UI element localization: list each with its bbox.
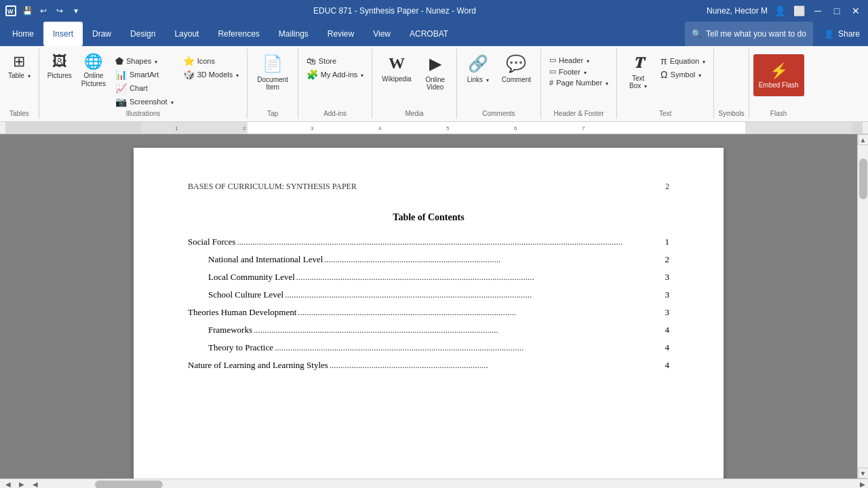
maximize-button[interactable]: □ [830,4,844,18]
document-item-button[interactable]: 📄 DocumentItem [252,52,294,94]
flash-group-label: Flash [753,108,804,119]
scroll-right-button[interactable]: ▶ [857,479,868,489]
symbol-icon: Ω [660,69,667,80]
text-box-button[interactable]: 𝐓 TextBox ▾ [621,52,655,94]
next-page-button[interactable]: ▶ [16,479,27,489]
share-button[interactable]: 👤 Share [818,22,865,46]
pictures-icon: 🖼 [52,54,67,69]
toc-entry-theory: Theory to Practice .....................… [188,342,669,353]
menu-review[interactable]: Review [318,22,363,46]
menu-bar: Home Insert Draw Design Layout Reference… [0,22,868,46]
scroll-thumb[interactable] [859,159,867,199]
embed-flash-button[interactable]: ⚡ Embed Flash [753,54,804,96]
comment-button[interactable]: 💬 Comment [496,52,536,94]
links-icon: 🔗 [468,54,488,73]
online-video-button[interactable]: ▶ OnlineVideo [418,52,452,94]
menu-draw[interactable]: Draw [83,22,121,46]
online-pictures-button[interactable]: 🌐 OnlinePictures [77,52,110,94]
menu-acrobat[interactable]: ACROBAT [400,22,458,46]
page-number-button[interactable]: # Page Number ▾ [545,77,612,88]
tables-group-label: Tables [4,108,35,119]
account-icon[interactable]: 👤 [773,4,787,18]
toc-entry-nature: Nature of Learning and Learning Styles .… [188,360,669,371]
3d-models-button[interactable]: 🎲 3D Models ▾ [179,68,243,81]
ribbon-group-comments: 🔗 Links ▾ 💬 Comment Comments [457,49,541,119]
undo-button[interactable]: ↩ [37,4,50,18]
smartart-button[interactable]: 📊 SmartArt [111,68,178,81]
h-scroll-thumb[interactable] [95,481,163,488]
menu-insert[interactable]: Insert [43,22,83,46]
toc-entry-school: School Culture Level ...................… [188,289,669,300]
shapes-icon: ⬟ [115,56,123,66]
menu-layout[interactable]: Layout [165,22,208,46]
redo-button[interactable]: ↪ [53,4,66,18]
document-title: EDUC 871 - Synthesis Paper - Nunez - Wor… [83,6,707,16]
comment-icon: 💬 [506,54,526,73]
illustrations-group-label: Illustrations [43,108,243,119]
my-addins-button[interactable]: 🧩 My Add-ins ▾ [302,68,368,81]
user-name: Nunez, Hector M [707,6,768,16]
online-video-icon: ▶ [429,54,441,73]
icons-icon: ⭐ [183,56,195,66]
toc-entry-national: National and International Level .......… [188,254,669,265]
close-button[interactable]: ✕ [849,4,863,18]
ruler-svg: 1 2 3 4 5 6 7 [141,122,852,134]
svg-text:5: 5 [446,125,450,131]
page-number-icon: # [549,79,553,87]
menu-mailings[interactable]: Mailings [269,22,318,46]
pictures-button[interactable]: 🖼 Pictures [43,52,76,94]
store-button[interactable]: 🛍 Store [302,54,368,68]
toc-title: Table of Contents [188,212,669,223]
ribbon-toggle[interactable]: ⬜ [792,4,806,18]
menu-view[interactable]: View [363,22,400,46]
customize-button[interactable]: ▾ [69,4,83,18]
ribbon-group-addins: 🛍 Store 🧩 My Add-ins ▾ Add-ins [298,49,372,119]
h-scroll-track[interactable] [41,479,857,488]
menu-references[interactable]: References [208,22,269,46]
footer-button[interactable]: ▭ Footer ▾ [545,66,612,77]
comments-group-label: Comments [461,108,536,119]
tell-me-input[interactable]: 🔍 Tell me what you want to do [685,22,813,46]
svg-text:W: W [7,8,14,15]
links-button[interactable]: 🔗 Links ▾ [461,52,495,94]
footer-icon: ▭ [549,67,556,76]
ribbon-group-tap: 📄 DocumentItem Tap [248,49,298,119]
page-nav: ◀ ▶ [0,479,30,489]
document-area[interactable]: BASES OF CURRICULUM: SYNTHESIS PAPER 2 T… [0,134,857,479]
prev-page-button[interactable]: ◀ [3,479,14,489]
shapes-button[interactable]: ⬟ Shapes ▾ [111,54,178,68]
scroll-track[interactable] [858,145,868,468]
document-item-icon: 📄 [262,54,283,73]
wikipedia-icon: W [389,54,405,73]
ribbon-group-header-footer: ▭ Header ▾ ▭ Footer ▾ # Page Number ▾ He… [541,49,617,119]
header-text: BASES OF CURRICULUM: SYNTHESIS PAPER [188,182,357,192]
scroll-left-button[interactable]: ◀ [30,479,41,489]
wikipedia-button[interactable]: W Wikipedia [376,52,416,94]
minimize-button[interactable]: ─ [811,4,825,18]
vertical-scrollbar[interactable]: ▲ ▼ [857,134,868,479]
toc-entry-social-forces: Social Forces ..........................… [188,237,669,247]
screenshot-button[interactable]: 📷 Screenshot ▾ [111,95,178,108]
scroll-down-button[interactable]: ▼ [858,468,869,479]
table-button[interactable]: ⊞ Table ▾ [4,52,35,94]
symbol-button[interactable]: Ω Symbol ▾ [656,68,709,81]
equation-icon: π [660,56,667,66]
svg-text:3: 3 [311,125,314,131]
menu-design[interactable]: Design [121,22,165,46]
toc-entry-theories: Theories Human Development .............… [188,307,669,318]
menu-home[interactable]: Home [3,22,43,46]
title-bar-left: W 💾 ↩ ↪ ▾ [5,4,83,18]
word-icon: W [5,5,16,16]
equation-button[interactable]: π Equation ▾ [656,54,709,68]
header-button[interactable]: ▭ Header ▾ [545,54,612,66]
search-icon: 🔍 [692,29,702,39]
share-icon: 👤 [824,29,834,39]
icons-button[interactable]: ⭐ Icons [179,54,243,68]
ribbon-group-symbols: Symbols [714,49,749,119]
save-button[interactable]: 💾 [20,4,34,18]
scroll-up-button[interactable]: ▲ [858,134,869,145]
addins-group-label: Add-ins [302,108,368,119]
main-content: BASES OF CURRICULUM: SYNTHESIS PAPER 2 T… [0,134,868,488]
document-viewport: BASES OF CURRICULUM: SYNTHESIS PAPER 2 T… [0,134,868,479]
chart-button[interactable]: 📈 Chart [111,81,178,95]
